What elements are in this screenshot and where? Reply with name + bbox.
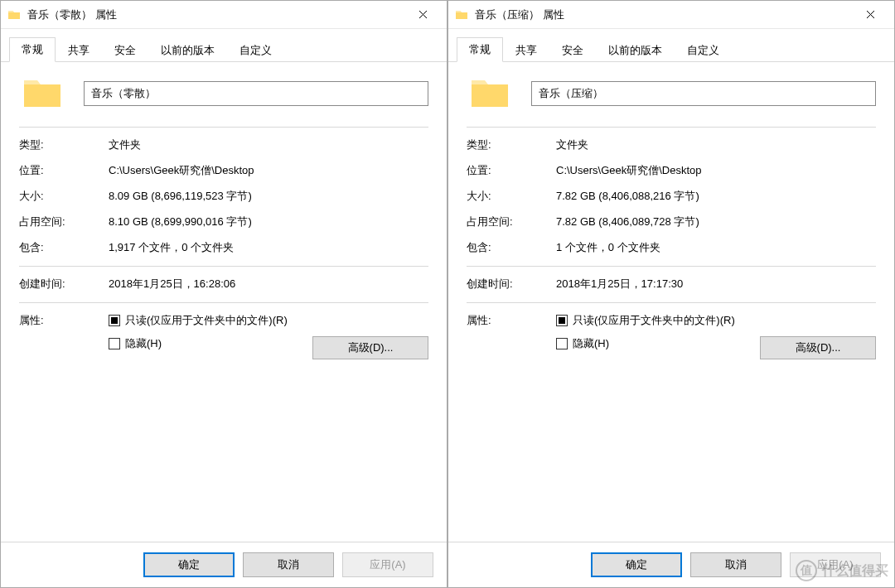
label-created: 创建时间: bbox=[467, 277, 556, 292]
tab-previous[interactable]: 以前的版本 bbox=[596, 38, 675, 62]
value-type: 文件夹 bbox=[556, 137, 876, 152]
label-location: 位置: bbox=[467, 163, 556, 178]
label-type: 类型: bbox=[19, 137, 109, 152]
apply-button: 应用(A) bbox=[790, 552, 881, 577]
value-created: 2018年1月25日，16:28:06 bbox=[109, 277, 428, 292]
label-type: 类型: bbox=[467, 137, 556, 152]
tab-general[interactable]: 常规 bbox=[457, 37, 503, 62]
separator bbox=[19, 302, 428, 303]
value-created: 2018年1月25日，17:17:30 bbox=[556, 277, 876, 292]
value-size: 8.09 GB (8,696,119,523 字节) bbox=[109, 189, 428, 204]
value-contains: 1 个文件，0 个文件夹 bbox=[556, 240, 876, 255]
label-contains: 包含: bbox=[467, 240, 556, 255]
ok-button[interactable]: 确定 bbox=[143, 552, 235, 577]
tab-custom[interactable]: 自定义 bbox=[227, 38, 284, 62]
folder-name-input[interactable] bbox=[531, 81, 876, 106]
advanced-button[interactable]: 高级(D)... bbox=[312, 336, 428, 359]
value-contains: 1,917 个文件，0 个文件夹 bbox=[109, 240, 428, 255]
separator bbox=[467, 302, 876, 303]
label-attributes: 属性: bbox=[467, 313, 556, 328]
value-location: C:\Users\Geek研究僧\Desktop bbox=[556, 163, 876, 178]
tab-security[interactable]: 安全 bbox=[549, 38, 596, 62]
tabs: 常规 共享 安全 以前的版本 自定义 bbox=[1, 29, 447, 62]
separator bbox=[19, 127, 428, 128]
readonly-checkbox[interactable] bbox=[109, 315, 120, 326]
cancel-button[interactable]: 取消 bbox=[243, 552, 334, 577]
window-title: 音乐（压缩） 属性 bbox=[475, 7, 853, 22]
ok-button[interactable]: 确定 bbox=[591, 552, 682, 577]
value-size: 7.82 GB (8,406,088,216 字节) bbox=[556, 189, 876, 204]
label-size-on-disk: 占用空间: bbox=[19, 214, 109, 229]
hidden-checkbox[interactable] bbox=[556, 338, 568, 349]
tab-sharing[interactable]: 共享 bbox=[56, 38, 102, 62]
folder-icon bbox=[455, 8, 468, 22]
label-contains: 包含: bbox=[19, 240, 109, 255]
dialog-footer: 确定 取消 应用(A) bbox=[1, 542, 447, 587]
properties-dialog-right: 音乐（压缩） 属性 常规 共享 安全 以前的版本 自定义 类型:文件夹 位置:C… bbox=[448, 0, 895, 588]
hidden-checkbox[interactable] bbox=[109, 338, 120, 349]
tab-content: 类型:文件夹 位置:C:\Users\Geek研究僧\Desktop 大小:8.… bbox=[1, 62, 447, 542]
value-size-on-disk: 8.10 GB (8,699,990,016 字节) bbox=[109, 214, 428, 229]
hidden-label: 隐藏(H) bbox=[125, 336, 162, 351]
label-size: 大小: bbox=[19, 189, 109, 204]
value-type: 文件夹 bbox=[109, 137, 428, 152]
label-size: 大小: bbox=[467, 189, 556, 204]
close-button[interactable] bbox=[853, 3, 888, 27]
label-size-on-disk: 占用空间: bbox=[467, 214, 556, 229]
tab-content: 类型:文件夹 位置:C:\Users\Geek研究僧\Desktop 大小:7.… bbox=[448, 62, 894, 542]
window-title: 音乐（零散） 属性 bbox=[27, 7, 405, 22]
label-created: 创建时间: bbox=[19, 277, 109, 292]
tab-previous[interactable]: 以前的版本 bbox=[148, 38, 227, 62]
folder-icon bbox=[19, 77, 65, 110]
apply-button: 应用(A) bbox=[342, 552, 433, 577]
tab-sharing[interactable]: 共享 bbox=[503, 38, 549, 62]
tabs: 常规 共享 安全 以前的版本 自定义 bbox=[448, 29, 894, 62]
readonly-checkbox[interactable] bbox=[556, 315, 568, 326]
folder-icon bbox=[467, 77, 513, 110]
titlebar[interactable]: 音乐（零散） 属性 bbox=[1, 1, 447, 29]
separator bbox=[19, 266, 428, 267]
separator bbox=[467, 127, 876, 128]
tab-security[interactable]: 安全 bbox=[102, 38, 148, 62]
tab-custom[interactable]: 自定义 bbox=[675, 38, 732, 62]
label-location: 位置: bbox=[19, 163, 109, 178]
value-size-on-disk: 7.82 GB (8,406,089,728 字节) bbox=[556, 214, 876, 229]
close-button[interactable] bbox=[405, 3, 440, 27]
dialog-footer: 确定 取消 应用(A) bbox=[448, 542, 894, 587]
folder-icon bbox=[7, 8, 21, 22]
properties-dialog-left: 音乐（零散） 属性 常规 共享 安全 以前的版本 自定义 类型:文件夹 位置:C… bbox=[0, 0, 448, 588]
tab-general[interactable]: 常规 bbox=[9, 37, 56, 62]
label-attributes: 属性: bbox=[19, 313, 109, 328]
readonly-label: 只读(仅应用于文件夹中的文件)(R) bbox=[125, 313, 288, 328]
hidden-label: 隐藏(H) bbox=[573, 336, 609, 351]
folder-name-input[interactable] bbox=[84, 81, 428, 106]
readonly-label: 只读(仅应用于文件夹中的文件)(R) bbox=[573, 313, 735, 328]
advanced-button[interactable]: 高级(D)... bbox=[760, 336, 876, 359]
titlebar[interactable]: 音乐（压缩） 属性 bbox=[448, 1, 894, 29]
separator bbox=[467, 266, 876, 267]
cancel-button[interactable]: 取消 bbox=[690, 552, 781, 577]
value-location: C:\Users\Geek研究僧\Desktop bbox=[109, 163, 428, 178]
